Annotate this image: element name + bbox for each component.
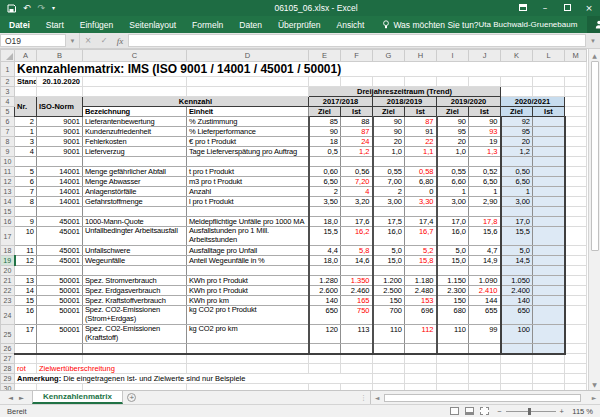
cell-value[interactable]: 112	[405, 325, 437, 344]
cell-value[interactable]	[533, 217, 565, 227]
cell-value[interactable]	[533, 117, 565, 127]
header-ziel[interactable]: Ziel	[437, 107, 469, 117]
cell-nr[interactable]: 17	[15, 325, 37, 344]
cell-name[interactable]: Wegeunfälle	[83, 256, 187, 266]
cell[interactable]	[341, 207, 373, 217]
cell-value[interactable]: 1,2	[341, 147, 373, 157]
cell-value[interactable]: 18	[309, 137, 341, 147]
cell[interactable]	[565, 325, 587, 344]
cell-value[interactable]: 5,0	[373, 246, 405, 256]
cell-value[interactable]: 2.300	[437, 286, 469, 296]
cell[interactable]	[565, 286, 587, 296]
cell[interactable]	[501, 374, 533, 384]
tab-seitenlayout[interactable]: Seitenlayout	[121, 20, 184, 30]
cell-unit[interactable]: Anzahl	[187, 187, 309, 197]
cell-name[interactable]: Spez. Stromverbrauch	[83, 276, 187, 286]
sheet-tab-kennzahlenmatrix[interactable]: Kennzahlenmatrix	[32, 391, 123, 404]
row-header-23[interactable]: 23	[1, 296, 15, 306]
cell-name[interactable]: Spez. CO2-Emissionen (Kraftstoff)	[83, 325, 187, 344]
tab-formeln[interactable]: Formeln	[184, 20, 231, 30]
cell-value[interactable]: 1.050	[501, 276, 533, 286]
cell-name[interactable]: Fehlerkosten	[83, 137, 187, 147]
cell-nr[interactable]: 8	[15, 197, 37, 207]
cell[interactable]	[501, 354, 533, 364]
cell[interactable]	[565, 87, 587, 97]
vertical-scrollbar[interactable]: ▲ ▼	[588, 49, 600, 390]
cell-value[interactable]: 110	[373, 325, 405, 344]
cell-nr[interactable]: 5	[15, 167, 37, 177]
cell-value[interactable]: 17,0	[437, 217, 469, 227]
scroll-up-icon[interactable]: ▲	[589, 49, 600, 61]
cell-value[interactable]: 153	[405, 296, 437, 306]
cell-value[interactable]: 1.280	[309, 276, 341, 286]
cell-unit[interactable]: % Zustimmung	[187, 117, 309, 127]
column-header-H[interactable]: H	[405, 50, 437, 62]
header-kennzahl[interactable]: Kennzahl	[83, 97, 309, 107]
cell-value[interactable]: 20	[437, 137, 469, 147]
cell-value[interactable]: 0	[405, 187, 437, 197]
row-header-3[interactable]: 3	[1, 87, 15, 97]
cell-value[interactable]: 0,56	[341, 167, 373, 177]
cell-value[interactable]: 17,6	[341, 217, 373, 227]
row-header-9[interactable]: 9	[1, 147, 15, 157]
cell-name[interactable]: Kundenzufriedenheit	[83, 127, 187, 137]
cell-nr[interactable]: 12	[15, 256, 37, 266]
cell[interactable]	[15, 87, 37, 97]
cell-value[interactable]: 1,0	[437, 147, 469, 157]
user-name[interactable]: Uta Buchwald-Gruenebaum	[479, 20, 588, 29]
cell-value[interactable]: 0,50	[501, 167, 533, 177]
cell-name[interactable]: 1000-Mann-Quote	[83, 217, 187, 227]
cell-iso[interactable]: 14001	[37, 177, 83, 187]
cell[interactable]	[533, 157, 565, 167]
cell-value[interactable]: 3,50	[309, 197, 341, 207]
row-header-14[interactable]: 14	[1, 197, 15, 207]
tab-ueberpruefen[interactable]: Überprüfen	[270, 20, 329, 30]
tab-einfuegen[interactable]: Einfügen	[72, 20, 122, 30]
cell-value[interactable]: 0,5	[309, 147, 341, 157]
cell[interactable]	[83, 77, 187, 87]
cell[interactable]	[501, 364, 533, 374]
cell-value[interactable]: 87	[405, 117, 437, 127]
cell-value[interactable]: 2,90	[469, 197, 501, 207]
cell-value[interactable]: 0,55	[373, 167, 405, 177]
cell[interactable]	[37, 354, 83, 364]
cell-value[interactable]: 15,0	[373, 256, 405, 266]
row-header-6[interactable]: 6	[1, 117, 15, 127]
cell[interactable]	[405, 374, 437, 384]
cell-value[interactable]: 2	[373, 187, 405, 197]
cell[interactable]	[565, 117, 587, 127]
cell-nr[interactable]: 14	[15, 286, 37, 296]
cell[interactable]	[187, 157, 309, 167]
cell-value[interactable]: 2.460	[341, 286, 373, 296]
cell-value[interactable]: 90	[437, 117, 469, 127]
column-header-M[interactable]: M	[565, 50, 587, 62]
cell[interactable]	[565, 167, 587, 177]
cell[interactable]	[565, 344, 587, 354]
header-period-2[interactable]: 2018/2019	[373, 97, 437, 107]
sheet-title[interactable]: Kennzahlenmatrix: IMS (ISO 9001 / 14001 …	[15, 62, 587, 77]
cell-unit[interactable]: Anteil Wegeunfälle in %	[187, 256, 309, 266]
cell[interactable]	[501, 207, 533, 217]
redo-icon[interactable]: ↷	[38, 3, 46, 13]
cell-nr[interactable]: 2	[15, 117, 37, 127]
cell-nr[interactable]: 10	[15, 227, 37, 246]
cell[interactable]	[83, 87, 187, 97]
row-header-8[interactable]: 8	[1, 137, 15, 147]
cell[interactable]	[341, 344, 373, 354]
close-button[interactable]: ×	[578, 3, 600, 13]
tab-datei[interactable]: Datei	[0, 20, 38, 30]
cell-value[interactable]: 6,50	[501, 177, 533, 187]
cell-value[interactable]: 1.090	[469, 276, 501, 286]
cell[interactable]	[565, 197, 587, 207]
cell-unit[interactable]: % Lieferperformance	[187, 127, 309, 137]
cell[interactable]	[469, 207, 501, 217]
cell-value[interactable]: 17,5	[373, 217, 405, 227]
cell-iso[interactable]: 45001	[37, 217, 83, 227]
cell[interactable]	[405, 364, 437, 374]
cell-value[interactable]	[533, 177, 565, 187]
cell[interactable]	[565, 127, 587, 137]
cell-value[interactable]: 4,7	[469, 246, 501, 256]
cell[interactable]	[373, 157, 405, 167]
cell-nr[interactable]: 6	[15, 177, 37, 187]
cell[interactable]	[469, 364, 501, 374]
